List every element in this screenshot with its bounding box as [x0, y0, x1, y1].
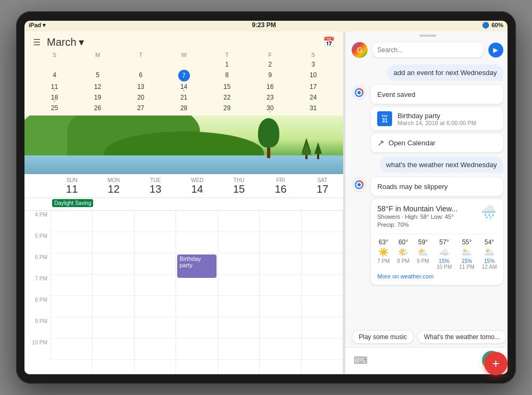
day-col-sat[interactable] [302, 211, 343, 374]
day-cell-2-1[interactable] [135, 232, 176, 253]
mini-cal-day-20[interactable]: 20 [119, 92, 162, 103]
day-cell-1-0[interactable] [93, 211, 134, 232]
day-cell-5-4[interactable] [260, 296, 301, 317]
day-cell-3-3[interactable] [176, 275, 217, 296]
day-cell-0-3[interactable] [51, 275, 92, 296]
day-cell-1-4[interactable] [93, 296, 134, 317]
mini-cal-day-29[interactable]: 29 [205, 103, 248, 113]
mini-cal-day-14[interactable]: 14 [162, 81, 205, 92]
day-cell-4-6[interactable] [218, 339, 259, 360]
mini-cal-day-7[interactable]: 7 [178, 70, 190, 81]
menu-icon[interactable]: ☰ [33, 37, 40, 47]
mini-cal-day-22[interactable]: 22 [205, 92, 248, 103]
mini-cal-day-25[interactable]: 25 [33, 103, 76, 113]
day-cell-2-0[interactable] [135, 211, 176, 232]
day-cell-0-4[interactable] [51, 296, 92, 317]
assistant-search-input[interactable] [372, 43, 484, 57]
drag-handle[interactable] [419, 35, 436, 37]
mini-cal-day-3[interactable]: 3 [292, 59, 335, 70]
mini-cal-day-6[interactable]: 6 [119, 70, 162, 81]
chip-play-music[interactable]: Play some music [352, 330, 414, 344]
mini-cal-day-12[interactable]: 12 [76, 81, 119, 92]
mini-cal-day-2[interactable]: 2 [248, 59, 292, 70]
day-cell-5-1[interactable] [260, 232, 301, 253]
day-col-thu[interactable] [218, 211, 260, 374]
week-day-12[interactable]: Mon 12 [93, 174, 134, 198]
mini-cal-day-10[interactable]: 10 [292, 70, 335, 81]
day-cell-3-6[interactable] [176, 339, 217, 360]
open-calendar-card[interactable]: ↗ Open Calendar [371, 134, 503, 152]
day-cell-0-5[interactable] [51, 317, 92, 339]
day-cell-6-2[interactable] [302, 253, 343, 275]
day-cell-1-1[interactable] [93, 232, 134, 253]
day-cell-6-1[interactable] [302, 232, 343, 253]
day-cell-4-4[interactable] [218, 296, 259, 317]
day-cell-4-5[interactable] [218, 317, 259, 339]
day-cell-2-4[interactable] [135, 296, 176, 317]
keyboard-icon[interactable]: ⌨ [354, 355, 368, 366]
week-day-11[interactable]: Sun 11 [51, 174, 93, 198]
mini-cal-day-24[interactable]: 24 [292, 92, 335, 103]
day-cell-6-5[interactable] [302, 317, 343, 339]
mini-cal-day-28[interactable]: 28 [162, 103, 205, 113]
day-cell-4-2[interactable] [218, 253, 259, 275]
send-button[interactable]: ▶ [488, 43, 503, 57]
day-cell-5-6[interactable] [260, 339, 301, 360]
week-day-17[interactable]: Sat 17 [302, 174, 343, 198]
mini-cal-day-17[interactable]: 17 [292, 81, 335, 92]
day-cell-0-1[interactable] [51, 232, 92, 253]
mini-cal-day-23[interactable]: 23 [248, 92, 292, 103]
weather-more-link[interactable]: More on weather.com [377, 273, 497, 279]
mini-cal-day-26[interactable]: 26 [76, 103, 119, 113]
week-day-16[interactable]: Fri 16 [260, 174, 301, 198]
day-cell-0-2[interactable] [51, 253, 92, 275]
mini-cal-day-4[interactable]: 4 [33, 70, 76, 81]
mini-cal-day-15[interactable]: 15 [205, 81, 248, 92]
mini-cal-day-30[interactable]: 30 [248, 103, 292, 113]
day-cell-1-6[interactable] [93, 339, 134, 360]
day-cell-3-4[interactable] [176, 296, 217, 317]
birthday-event-card[interactable]: Mar 31 Birthday party March 14, 2018 at … [371, 107, 503, 130]
mini-cal-day-8[interactable]: 8 [205, 70, 248, 81]
day-col-tue[interactable] [135, 211, 176, 374]
day-col-wed[interactable]: Birthday party [176, 211, 218, 374]
day-cell-0-0[interactable] [51, 211, 92, 232]
mini-cal-day-19[interactable]: 19 [76, 92, 119, 103]
mini-cal-day-18[interactable]: 18 [33, 92, 76, 103]
day-cell-2-2[interactable] [135, 253, 176, 275]
mini-cal-day-27[interactable]: 27 [119, 103, 162, 113]
day-col-sun[interactable] [51, 211, 93, 374]
mini-cal-day-1[interactable]: 1 [205, 59, 248, 70]
day-cell-1-3[interactable] [93, 275, 134, 296]
daylight-saving-event[interactable]: Daylight Saving [52, 199, 93, 207]
day-cell-4-0[interactable] [218, 211, 259, 232]
chip-weather-tomorrow[interactable]: What's the weather tomo... [417, 330, 506, 344]
day-cell-2-6[interactable] [135, 339, 176, 360]
week-day-14[interactable]: Wed 14 [176, 174, 218, 198]
day-cell-6-0[interactable] [302, 211, 343, 232]
day-cell-4-3[interactable] [218, 275, 259, 296]
day-cell-6-6[interactable] [302, 339, 343, 360]
day-cell-0-6[interactable] [51, 339, 92, 360]
day-cell-5-3[interactable] [260, 275, 301, 296]
mini-cal-day-13[interactable]: 13 [119, 81, 162, 92]
mini-cal-day-11[interactable]: 11 [33, 81, 76, 92]
day-cell-5-0[interactable] [260, 211, 301, 232]
day-cell-3-5[interactable] [176, 317, 217, 339]
day-cell-2-5[interactable] [135, 317, 176, 339]
mini-cal-day-21[interactable]: 21 [162, 92, 205, 103]
day-cell-6-3[interactable] [302, 275, 343, 296]
week-day-15[interactable]: Thu 15 [218, 174, 260, 198]
day-cell-6-4[interactable] [302, 296, 343, 317]
mini-cal-day-16[interactable]: 16 [248, 81, 292, 92]
day-cell-1-5[interactable] [93, 317, 134, 339]
day-col-mon[interactable] [93, 211, 134, 374]
week-day-13[interactable]: Tue 13 [135, 174, 176, 198]
mini-cal-day-31[interactable]: 31 [292, 103, 335, 113]
calendar-icon-button[interactable]: 📅 [323, 36, 335, 48]
month-title[interactable]: March ▾ [47, 36, 84, 48]
day-col-fri[interactable] [260, 211, 301, 374]
day-cell-5-5[interactable] [260, 317, 301, 339]
day-cell-3-0[interactable] [176, 211, 217, 232]
mini-cal-day-5[interactable]: 5 [76, 70, 119, 81]
